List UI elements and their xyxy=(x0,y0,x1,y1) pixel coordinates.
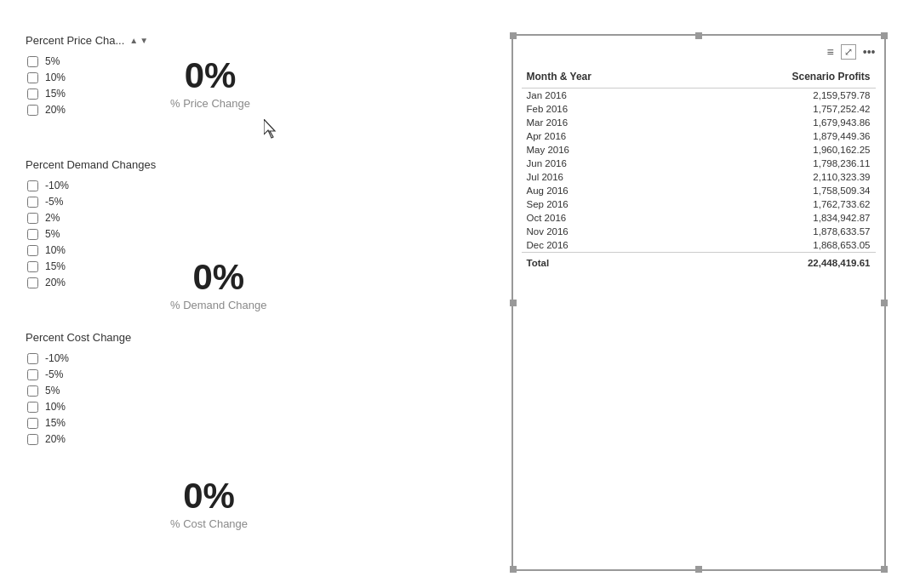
price-sort-desc-icon[interactable]: ▼ xyxy=(140,36,148,45)
demand-option-10[interactable]: 10% xyxy=(27,244,460,256)
demand-option-neg10[interactable]: -10% xyxy=(27,180,460,191)
total-value: 22,448,419.61 xyxy=(684,253,876,271)
price-sort-icons[interactable]: ▲ ▼ xyxy=(129,36,148,45)
cell-profit-4: 1,960,162.25 xyxy=(684,143,876,157)
total-label: Total xyxy=(522,253,684,271)
price-label-5: 5% xyxy=(45,55,60,67)
cost-filter-section: Percent Cost Change -10% -5% 5% 10% xyxy=(26,331,460,445)
cell-month-9: Oct 2016 xyxy=(522,211,684,225)
cost-section-header: Percent Cost Change xyxy=(26,331,460,344)
demand-checkbox-20[interactable] xyxy=(27,277,38,288)
cell-month-5: Jun 2016 xyxy=(522,157,684,170)
cell-month-10: Nov 2016 xyxy=(522,225,684,238)
table-row: Jun 2016 1,798,236.11 xyxy=(522,157,876,170)
price-percent-display: 0% % Price Change xyxy=(170,58,250,110)
cost-option-15[interactable]: 15% xyxy=(27,417,460,429)
demand-checkbox-neg5[interactable] xyxy=(27,197,38,208)
resize-handle-tl[interactable] xyxy=(510,32,517,39)
cost-label-10: 10% xyxy=(45,401,66,413)
cost-percent-display: 0% % Cost Change xyxy=(170,478,248,530)
cost-label-15: 15% xyxy=(45,417,66,429)
cell-profit-8: 1,762,733.62 xyxy=(684,197,876,211)
demand-label-neg5: -5% xyxy=(45,196,63,208)
cell-month-8: Sep 2016 xyxy=(522,197,684,211)
table-row: Mar 2016 1,679,943.86 xyxy=(522,116,876,129)
resize-handle-bm[interactable] xyxy=(695,566,702,573)
cell-profit-0: 2,159,579.78 xyxy=(684,88,876,103)
demand-label-5: 5% xyxy=(45,228,60,240)
cost-option-5[interactable]: 5% xyxy=(27,385,460,397)
resize-handle-bl[interactable] xyxy=(510,566,517,573)
cell-profit-2: 1,679,943.86 xyxy=(684,116,876,129)
price-label-20: 20% xyxy=(45,104,66,116)
cell-month-1: Feb 2016 xyxy=(522,102,684,116)
cell-profit-5: 1,798,236.11 xyxy=(684,157,876,170)
data-table: Month & Year Scenario Profits Jan 2016 2… xyxy=(522,68,876,270)
demand-label-2: 2% xyxy=(45,212,60,224)
cell-month-0: Jan 2016 xyxy=(522,88,684,103)
table-row: Oct 2016 1,834,942.87 xyxy=(522,211,876,225)
col-scenario-profits-header: Scenario Profits xyxy=(684,68,876,88)
price-percent-label: % Price Change xyxy=(170,97,250,110)
cost-percent-label: % Cost Change xyxy=(170,517,248,530)
price-sort-asc-icon[interactable]: ▲ xyxy=(129,36,138,45)
demand-checkbox-2[interactable] xyxy=(27,213,38,224)
cell-month-6: Jul 2016 xyxy=(522,170,684,184)
cost-option-10[interactable]: 10% xyxy=(27,401,460,413)
resize-handle-ml[interactable] xyxy=(510,300,517,306)
demand-checkbox-neg10[interactable] xyxy=(27,180,38,191)
resize-handle-tm[interactable] xyxy=(695,32,702,39)
cost-checkbox-5[interactable] xyxy=(27,385,38,397)
cost-percent-value: 0% xyxy=(170,478,248,514)
cell-profit-9: 1,834,942.87 xyxy=(684,211,876,225)
cost-option-neg10[interactable]: -10% xyxy=(27,352,460,364)
demand-checkbox-5[interactable] xyxy=(27,229,38,240)
demand-option-2[interactable]: 2% xyxy=(27,212,460,224)
hamburger-icon[interactable]: ≡ xyxy=(827,45,834,59)
cost-checkbox-neg10[interactable] xyxy=(27,353,38,364)
cell-profit-3: 1,879,449.36 xyxy=(684,129,876,143)
table-row: Dec 2016 1,868,653.05 xyxy=(522,238,876,253)
cost-label-20: 20% xyxy=(45,433,66,445)
price-label-10: 10% xyxy=(45,71,66,83)
cell-profit-11: 1,868,653.05 xyxy=(684,238,876,253)
table-row: Nov 2016 1,878,633.57 xyxy=(522,225,876,238)
cost-label-neg5: -5% xyxy=(45,368,63,380)
more-icon[interactable]: ••• xyxy=(863,45,876,59)
table-row: Feb 2016 1,757,252.42 xyxy=(522,102,876,116)
cost-option-neg5[interactable]: -5% xyxy=(27,368,460,380)
col-month-year-header: Month & Year xyxy=(522,68,684,88)
table-row: Apr 2016 1,879,449.36 xyxy=(522,129,876,143)
table-body: Jan 2016 2,159,579.78 Feb 2016 1,757,252… xyxy=(522,88,876,253)
cell-profit-6: 2,110,323.39 xyxy=(684,170,876,184)
resize-handle-tr[interactable] xyxy=(881,32,888,39)
cost-checkbox-list: -10% -5% 5% 10% 15% xyxy=(26,352,460,445)
right-panel: ≡ ⤢ ••• Month & Year Scenario Profits Ja… xyxy=(477,0,920,588)
demand-checkbox-15[interactable] xyxy=(27,261,38,272)
price-section-title: Percent Price Cha... xyxy=(26,34,124,47)
cost-checkbox-15[interactable] xyxy=(27,418,38,429)
price-checkbox-20[interactable] xyxy=(27,105,38,116)
cell-month-4: May 2016 xyxy=(522,143,684,157)
demand-option-neg5[interactable]: -5% xyxy=(27,196,460,208)
demand-checkbox-10[interactable] xyxy=(27,245,38,256)
price-checkbox-10[interactable] xyxy=(27,72,38,83)
cost-label-5: 5% xyxy=(45,385,60,397)
price-checkbox-15[interactable] xyxy=(27,88,38,100)
resize-handle-mr[interactable] xyxy=(881,300,888,306)
cost-checkbox-20[interactable] xyxy=(27,434,38,445)
cell-month-2: Mar 2016 xyxy=(522,116,684,129)
cost-option-20[interactable]: 20% xyxy=(27,433,460,445)
cost-checkbox-neg5[interactable] xyxy=(27,369,38,380)
demand-percent-value: 0% xyxy=(170,260,266,295)
cell-profit-1: 1,757,252.42 xyxy=(684,102,876,116)
cost-checkbox-10[interactable] xyxy=(27,402,38,413)
expand-icon[interactable]: ⤢ xyxy=(841,44,856,60)
widget-header: ≡ ⤢ ••• xyxy=(522,44,876,60)
resize-handle-br[interactable] xyxy=(881,566,888,573)
demand-option-5[interactable]: 5% xyxy=(27,228,460,240)
main-container: Percent Price Cha... ▲ ▼ 5% 10% 15% xyxy=(0,0,920,588)
price-checkbox-5[interactable] xyxy=(27,56,38,67)
cell-profit-10: 1,878,633.57 xyxy=(684,225,876,238)
demand-section-title: Percent Demand Changes xyxy=(26,158,156,171)
